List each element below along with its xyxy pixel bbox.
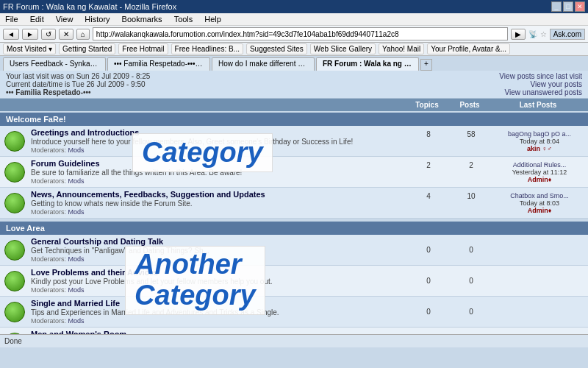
address-bar[interactable] xyxy=(93,27,508,40)
bookmark-yahoo-mail[interactable]: Yahoo! Mail xyxy=(379,43,424,54)
menu-help[interactable]: Help xyxy=(202,14,223,24)
bookmark-web-slice[interactable]: Web Slice Gallery xyxy=(310,43,376,54)
mod-link-2[interactable]: Mods xyxy=(68,177,85,185)
bookmark-profile[interactable]: Your Profile, Avatar &... xyxy=(427,43,510,54)
topics-courtship: 0 xyxy=(410,246,447,254)
last-post-info-3: Chatbox and Smo... Today at 8:03 Admin♦ xyxy=(495,192,584,214)
current-time-text: Current date/time is Tue 26 Jul 2009 - 9… xyxy=(6,80,150,88)
visit-info: Your last visit was on Sun 26 Jul 2009 -… xyxy=(6,72,150,96)
category2-section: AnotherCategory General Courtship and Da… xyxy=(0,235,588,334)
bookmark-getting-started[interactable]: Getting Started xyxy=(59,43,115,54)
mod-link[interactable]: Mods xyxy=(68,146,85,154)
star-icon: ☆ xyxy=(540,30,547,38)
posts-courtship: 0 xyxy=(453,246,490,254)
bookmark-hotmail[interactable]: Free Hotmail xyxy=(118,43,168,54)
forum-row-courtship: General Courtship and Dating Talk Get Te… xyxy=(0,235,588,266)
home-button[interactable]: ⌂ xyxy=(76,29,90,40)
posts-count: 58 xyxy=(453,130,490,152)
forum-row-greetings: Greetings and Introductions Introduce yo… xyxy=(0,126,588,157)
category-label-overlay: Category xyxy=(132,133,273,172)
maximize-button[interactable]: □ xyxy=(563,1,573,12)
tab-how-to[interactable]: How do I make different sections... xyxy=(212,57,315,71)
last-post-single-married xyxy=(495,308,584,316)
status-bar: Done xyxy=(0,334,588,347)
status-text: Done xyxy=(4,337,22,345)
bookmarks-bar: Most Visited ▾ Getting Started Free Hotm… xyxy=(0,43,588,56)
forum-status-icon-2 xyxy=(4,162,25,183)
forum-content: Welcome FaRe! Category Greetings and Int… xyxy=(0,113,588,334)
forum-icon-courtship xyxy=(4,240,25,261)
category-welcome: Welcome FaRe! xyxy=(0,113,588,126)
category-love: Love Area xyxy=(0,222,588,235)
bookmark-headlines[interactable]: Free Headlines: B... xyxy=(171,43,243,54)
last-post-info: bagOng bagO pO a... Today at 8:04 akin ♀… xyxy=(495,130,584,152)
bookmark-suggested[interactable]: Suggested Sites xyxy=(246,43,307,54)
bookmark-most-visited[interactable]: Most Visited ▾ xyxy=(3,43,56,54)
last-post-date-3: Today at 8:03 xyxy=(520,199,559,207)
browser-window: FR Forum : Wala ka ng Kawalat - Mozilla … xyxy=(0,0,588,71)
tab-fr-forum[interactable]: FR Forum : Wala ka ng Kawalat xyxy=(316,57,419,71)
minimize-button[interactable]: _ xyxy=(551,1,562,12)
menu-file[interactable]: File xyxy=(3,14,21,24)
last-post-date-2: Yesterday at 11:12 xyxy=(512,169,567,176)
last-visit-text: Your last visit was on Sun 26 Jul 2009 -… xyxy=(6,72,150,80)
another-category-label-overlay: AnotherCategory xyxy=(125,246,265,315)
last-post-courtship xyxy=(495,246,584,254)
forum-stats-courtship: 0 0 xyxy=(410,246,584,254)
posts-col-header: Posts xyxy=(451,101,488,109)
view-your-posts-link[interactable]: View your posts xyxy=(531,80,582,88)
forum-row-men-women: Men and Women's Room Points of View and … xyxy=(0,328,588,334)
forum-row-guidelines: Forum Guidelines Be sure to familiarize … xyxy=(0,157,588,188)
close-button[interactable]: ✕ xyxy=(575,1,585,12)
forward-button[interactable]: ► xyxy=(22,29,38,40)
category-love-label: Love Area xyxy=(6,224,45,233)
posts-count-3: 10 xyxy=(453,192,490,214)
last-post-col-header: Last Posts xyxy=(494,101,582,109)
forum-status-icon xyxy=(4,131,25,152)
last-post-link-2[interactable]: Additional Rules... xyxy=(513,161,567,169)
mod-link-lp[interactable]: Mods xyxy=(68,286,85,294)
back-button[interactable]: ◄ xyxy=(3,29,19,40)
view-unanswered-link[interactable]: View unanswered posts xyxy=(505,88,582,96)
view-posts-since-link[interactable]: View posts since last visit xyxy=(499,72,582,80)
forum-mod-single-married: Moderators: Mods xyxy=(31,317,407,325)
last-post-user-3: Admin♦ xyxy=(528,207,552,214)
mod-link-c[interactable]: Mods xyxy=(68,255,85,263)
forum-stats-love-problems: 0 0 xyxy=(410,277,584,285)
forum-stats-single-married: 0 0 xyxy=(410,308,584,316)
title-bar: FR Forum : Wala ka ng Kawalat - Mozilla … xyxy=(0,0,588,13)
forum-stats-news: 4 10 Chatbox and Smo... Today at 8:03 Ad… xyxy=(410,192,584,214)
top-right-links: View posts since last visit View your po… xyxy=(499,72,582,96)
forum-title-news[interactable]: News, Announcements, Feedbacks, Suggesti… xyxy=(31,190,407,199)
mod-link-3[interactable]: Mods xyxy=(68,208,85,216)
forum-stats-greetings: 8 58 bagOng bagO pO a... Today at 8:04 a… xyxy=(410,130,584,152)
mod-link-sm[interactable]: Mods xyxy=(68,317,85,325)
topics-count-2: 2 xyxy=(410,161,447,183)
forum-title-courtship[interactable]: General Courtship and Dating Talk xyxy=(31,237,407,246)
ask-search[interactable]: Ask.com xyxy=(550,29,585,40)
menu-edit[interactable]: Edit xyxy=(28,14,46,24)
topics-col-header: Topics xyxy=(409,101,445,109)
menu-tools[interactable]: Tools xyxy=(172,14,196,24)
stop-button[interactable]: ✕ xyxy=(59,29,74,40)
forum-title-men-women[interactable]: Men and Women's Room xyxy=(31,330,407,334)
go-button[interactable]: ▶ xyxy=(511,29,526,40)
tab-users-feedback[interactable]: Users Feedback - Synkarize xyxy=(3,57,106,71)
reload-button[interactable]: ↺ xyxy=(41,29,56,40)
page-content: Your last visit was on Sun 26 Jul 2009 -… xyxy=(0,71,588,334)
last-post-love-problems xyxy=(495,277,584,285)
nav-bar: ◄ ► ↺ ✕ ⌂ ▶ 📡 ☆ Ask.com xyxy=(0,26,588,43)
last-post-link-3[interactable]: Chatbox and Smo... xyxy=(510,192,569,199)
topics-single-married: 0 xyxy=(410,308,447,316)
posts-single-married: 0 xyxy=(453,308,490,316)
new-tab-button[interactable]: + xyxy=(420,59,432,71)
menu-view[interactable]: View xyxy=(54,14,76,24)
forum-stats-guidelines: 2 2 Additional Rules... Yesterday at 11:… xyxy=(410,161,584,183)
menu-bookmarks[interactable]: Bookmarks xyxy=(120,14,165,24)
menu-bar: File Edit View History Bookmarks Tools H… xyxy=(0,13,588,26)
tab-familia[interactable]: ••• Familia Respetado-••• - Walo... xyxy=(107,57,210,71)
menu-history[interactable]: History xyxy=(82,14,112,24)
last-post-user-2: Admin♦ xyxy=(528,176,552,183)
forum-col-label xyxy=(6,101,409,109)
last-post-link[interactable]: bagOng bagO pO a... xyxy=(508,130,571,138)
